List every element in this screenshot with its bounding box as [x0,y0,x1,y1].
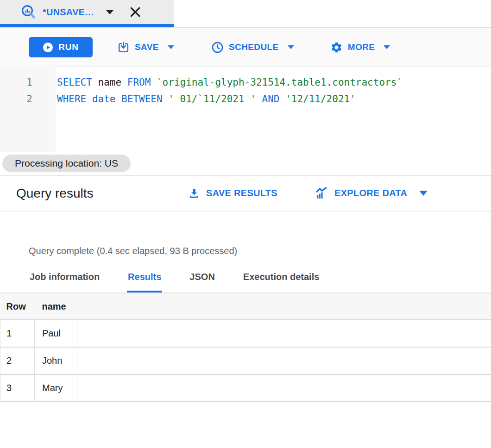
explore-data-button[interactable]: EXPLORE DATA [315,186,428,200]
processing-location-strip: Processing location: US [0,152,491,176]
tab-menu-caret-icon[interactable] [106,10,113,14]
save-results-label: SAVE RESULTS [206,188,277,199]
code-token: AND [262,93,286,105]
tab-results[interactable]: Results [127,272,162,292]
row-index-cell: 1 [0,320,35,347]
table-row: 1 Paul [0,320,491,347]
query-status-text: Query complete (0.4 sec elapsed, 93 B pr… [0,212,491,256]
row-index-cell: 2 [0,347,35,374]
column-header-name: name [35,293,77,320]
save-caret-icon [168,45,174,49]
more-caret-icon [384,45,390,49]
code-token: ' 01/`11/2021 ' [168,93,262,105]
play-circle-icon [43,42,53,53]
gear-icon [330,41,343,54]
tab-job-information[interactable]: Job information [29,272,101,292]
tab-json[interactable]: JSON [189,272,215,292]
code-token: BETWEEN [121,93,168,105]
chart-explore-icon [315,186,329,200]
code-token: `original-glyph-321514.table1.contractor… [157,77,403,88]
empty-cell [77,374,491,402]
code-token: SELECT [57,77,98,88]
tab-execution-details[interactable]: Execution details [242,272,321,292]
more-button-label: MORE [348,42,375,52]
code-line-1: SELECT name FROM `original-glyph-321514.… [57,74,491,91]
tab-title: *UNSAVE… [43,7,94,18]
line-number: 1 [0,74,32,91]
schedule-caret-icon [288,45,294,49]
line-number: 2 [0,91,32,107]
save-icon [117,41,130,54]
run-button-label: RUN [58,42,79,52]
name-cell: Paul [35,320,77,347]
results-tab-bar: Job information Results JSON Execution d… [0,272,491,292]
table-row: 3 Mary [0,374,491,402]
empty-cell [77,320,491,347]
line-number-gutter: 1 2 [0,67,56,152]
name-cell: Mary [35,374,77,402]
column-header-row: Row [0,293,35,320]
code-line-2: WHERE date BETWEEN ' 01/`11/2021 ' AND '… [57,91,491,107]
query-results-header: Query results SAVE RESULTS EXPLORE DATA [0,176,491,212]
code-token: date [92,93,121,105]
code-token: name [98,77,127,88]
code-token: '12/11/2021' [285,93,356,105]
row-index-cell: 3 [0,374,35,402]
download-icon [188,187,201,200]
save-button-label: SAVE [135,42,159,52]
empty-cell [77,347,491,374]
tab-close-icon[interactable] [128,5,142,19]
explore-data-label: EXPLORE DATA [334,188,407,199]
explore-data-caret-icon [419,191,428,196]
clock-icon [211,41,224,54]
processing-location-label: Processing location: US [15,158,118,169]
save-results-button[interactable]: SAVE RESULTS [188,187,277,200]
sql-editor: 1 2 SELECT name FROM `original-glyph-321… [0,67,491,152]
more-button[interactable]: MORE [330,41,390,54]
editor-tab-bar: *UNSAVE… [0,0,491,27]
bigquery-icon [20,4,37,20]
query-results-title: Query results [16,186,188,201]
table-header-row: Row name [0,293,491,320]
code-token: WHERE [57,93,92,105]
column-header-filler [77,293,491,320]
results-table: Row name 1 Paul 2 John 3 Mary [0,292,491,402]
code-token: FROM [127,77,157,88]
query-toolbar: RUN SAVE SCHEDULE MORE [0,27,491,67]
table-row: 2 John [0,347,491,374]
run-button[interactable]: RUN [29,37,93,57]
save-button[interactable]: SAVE [117,41,174,54]
query-editor-tab[interactable]: *UNSAVE… [0,0,174,27]
sql-code-area[interactable]: SELECT name FROM `original-glyph-321514.… [56,67,491,152]
schedule-button-label: SCHEDULE [229,42,279,52]
name-cell: John [35,347,77,374]
schedule-button[interactable]: SCHEDULE [211,41,294,54]
processing-location-badge: Processing location: US [2,155,131,172]
